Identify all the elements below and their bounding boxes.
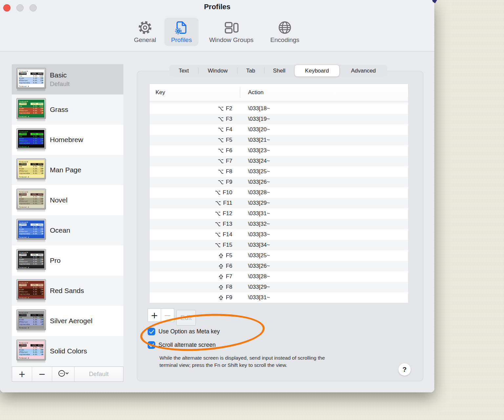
minus-icon: − — [38, 370, 46, 378]
option-key-icon — [218, 159, 223, 163]
circle-ellipsis-icon — [58, 369, 69, 379]
checkbox-scroll-alternate-screen[interactable] — [148, 341, 155, 349]
keymap-row[interactable]: F11\033[29~ — [150, 198, 408, 208]
keymap-row[interactable]: F2\033[18~ — [150, 103, 408, 114]
action-label: \033[34~ — [240, 242, 270, 248]
window-groups-icon — [223, 20, 240, 36]
remove-profile-button[interactable]: − — [32, 367, 52, 381]
toolbar-item-profiles[interactable]: Profiles — [164, 18, 199, 46]
checkmark-icon — [149, 328, 154, 334]
profile-name: Ocean — [50, 226, 70, 234]
tab-advanced[interactable]: Advanced — [340, 65, 387, 77]
keymap-row[interactable]: F6\033[26~ — [150, 261, 408, 271]
action-label: \033[26~ — [240, 263, 270, 269]
profile-name: Grass — [50, 106, 68, 114]
option-key-icon — [218, 180, 223, 184]
profile-item-solid-colors[interactable]: Terminal#COMMAND%CPURPRVTtop4.1%231KXcod… — [12, 336, 123, 366]
toolbar-item-window-groups[interactable]: Window Groups — [203, 18, 259, 46]
profile-thumbnail: Terminal#COMMAND%CPURPRVTtop4.1%231KXcod… — [16, 309, 46, 330]
column-header-key[interactable]: Key — [150, 89, 240, 96]
profile-thumbnail: Terminal#COMMAND%CPURPRVTtop4.1%231KXcod… — [16, 128, 46, 149]
keymap-row[interactable]: F4\033[20~ — [150, 124, 408, 135]
checkbox-label: Use Option as Meta key — [158, 328, 220, 335]
profile-item-pro[interactable]: Terminal#COMMAND%CPURPRVTtop4.1%231KXcod… — [12, 245, 123, 276]
profile-item-novel[interactable]: Terminal#COMMAND%CPURPRVTtop4.1%231KXcod… — [12, 185, 123, 215]
help-text-line: While the alternate screen is displayed,… — [159, 354, 386, 362]
tab-shell[interactable]: Shell — [264, 65, 294, 77]
key-label: F5 — [226, 137, 232, 143]
keymap-row[interactable]: F14\033[33~ — [150, 229, 408, 240]
option-key-icon — [218, 170, 223, 174]
action-label: \033[20~ — [240, 126, 270, 133]
checkbox-label: Scroll alternate screen — [158, 342, 216, 348]
shift-key-icon — [219, 274, 223, 279]
checkbox-use-option-as-meta[interactable] — [148, 328, 155, 335]
profile-subtitle: Default — [50, 80, 70, 88]
edit-keymap-button[interactable]: Edit — [176, 310, 196, 326]
key-label: F5 — [226, 252, 232, 259]
keymap-row[interactable]: F7\033[24~ — [150, 156, 408, 166]
keymap-row[interactable]: F6\033[23~ — [150, 145, 408, 156]
option-key-icon — [215, 212, 220, 216]
profile-name: Basic — [50, 71, 70, 79]
add-keymap-button[interactable]: + — [148, 308, 161, 322]
desktop-background: Profiles General — [0, 0, 504, 420]
profile-item-man-page[interactable]: Terminal#COMMAND%CPURPRVTtop4.1%231KXcod… — [12, 155, 123, 185]
option-key-icon — [215, 233, 220, 237]
keymap-row[interactable]: F9\033[26~ — [150, 177, 408, 187]
tab-tab[interactable]: Tab — [237, 65, 264, 77]
keymap-row[interactable]: F15\033[34~ — [150, 240, 408, 250]
keymap-row[interactable]: F12\033[31~ — [150, 208, 408, 219]
add-profile-button[interactable]: + — [12, 367, 32, 381]
key-label: F3 — [226, 116, 232, 122]
tab-bar: TextWindowTabShellKeyboardAdvanced — [169, 65, 387, 77]
keymap-row[interactable]: F5\033[25~ — [150, 250, 408, 261]
action-label: \033[28~ — [240, 189, 270, 196]
keymap-row[interactable]: F3\033[19~ — [150, 114, 408, 124]
keymap-row[interactable]: F9\033[31~ — [150, 292, 408, 303]
profile-item-red-sands[interactable]: Terminal#COMMAND%CPURPRVTtop4.1%231KXcod… — [12, 276, 123, 306]
profile-item-silver-aerogel[interactable]: Terminal#COMMAND%CPURPRVTtop4.1%231KXcod… — [12, 306, 123, 336]
action-label: \033[29~ — [240, 284, 270, 290]
key-label: F7 — [226, 158, 232, 164]
profile-list: Terminal#COMMAND%CPURPRVTtop4.1%231KXcod… — [12, 64, 123, 366]
profile-thumbnail: Terminal#COMMAND%CPURPRVTtop4.1%231KXcod… — [16, 98, 46, 119]
plus-icon: + — [18, 370, 26, 378]
option-key-icon — [215, 201, 221, 205]
help-button[interactable]: ? — [398, 363, 411, 376]
keymap-row[interactable]: F8\033[25~ — [150, 166, 408, 177]
tab-text[interactable]: Text — [169, 65, 198, 77]
keymap-row[interactable]: F8\033[29~ — [150, 282, 408, 292]
profile-thumbnail: Terminal#COMMAND%CPURPRVTtop4.1%231KXcod… — [16, 340, 46, 361]
option-key-icon — [218, 138, 223, 142]
option-key-icon — [215, 243, 220, 247]
tab-keyboard[interactable]: Keyboard — [294, 65, 340, 77]
keymap-row[interactable]: F7\033[28~ — [150, 271, 408, 282]
shift-key-icon — [219, 285, 223, 290]
option-key-icon — [215, 191, 220, 195]
keymap-row[interactable]: F10\033[28~ — [150, 187, 408, 198]
action-label: \033[19~ — [240, 116, 270, 122]
action-label: \033[25~ — [240, 252, 270, 259]
profile-item-basic[interactable]: Terminal#COMMAND%CPURPRVTtop4.1%231KXcod… — [12, 64, 123, 94]
tab-window[interactable]: Window — [198, 65, 237, 77]
default-button-label: Default — [89, 370, 109, 378]
more-options-button[interactable] — [52, 367, 74, 381]
shift-key-icon — [219, 264, 223, 269]
toolbar-label: Encodings — [270, 36, 300, 44]
action-label: \033[25~ — [240, 168, 270, 175]
profile-item-ocean[interactable]: Terminal#COMMAND%CPURPRVTtop4.1%231KXcod… — [12, 215, 123, 245]
keymap-row[interactable]: F5\033[21~ — [150, 135, 408, 145]
profile-item-grass[interactable]: Terminal#COMMAND%CPURPRVTtop4.1%231KXcod… — [12, 94, 123, 125]
action-label: \033[26~ — [240, 179, 270, 185]
column-header-action[interactable]: Action — [240, 89, 263, 96]
key-label: F13 — [223, 221, 232, 227]
key-label: F4 — [226, 126, 232, 133]
keymap-row[interactable]: F13\033[32~ — [150, 219, 408, 229]
toolbar-item-general[interactable]: General — [131, 18, 159, 46]
toolbar-item-encodings[interactable]: Encodings — [266, 18, 304, 46]
remove-keymap-button[interactable]: − — [161, 308, 174, 322]
keymap-add-remove-group: + − — [148, 308, 174, 322]
profile-item-homebrew[interactable]: Terminal#COMMAND%CPURPRVTtop4.1%231KXcod… — [12, 125, 123, 155]
key-label: F10 — [223, 189, 232, 196]
